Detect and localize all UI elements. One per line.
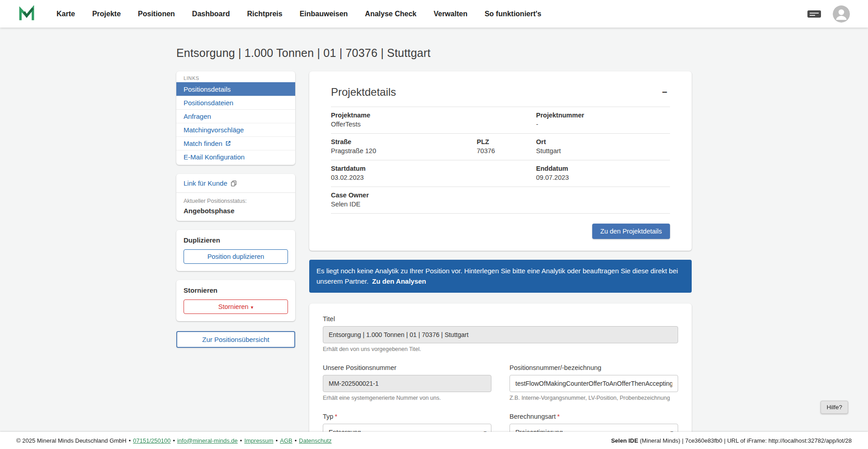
projektname-label: Projektname bbox=[331, 112, 536, 119]
sidebar-item-anfragen[interactable]: Anfragen bbox=[176, 109, 295, 123]
sidebar-item-matchingvorschlaege[interactable]: Matchingvorschläge bbox=[176, 123, 295, 136]
titel-helper: Erhält den von uns vorgegebenen Titel. bbox=[323, 346, 678, 352]
case-owner-value: Selen IDE bbox=[331, 201, 670, 208]
positionsnummer-helper: Erhält eine systemgenerierte Nummer von … bbox=[323, 395, 491, 401]
session-details: (Mineral Minds) | 7ce360e83fb0 | URL of … bbox=[638, 437, 852, 444]
separator: • bbox=[295, 437, 297, 444]
user-avatar[interactable] bbox=[833, 5, 850, 23]
cancel-header: Stornieren bbox=[184, 286, 288, 294]
brand-logo[interactable] bbox=[18, 5, 35, 23]
sidebar-item-match-finden[interactable]: Match finden bbox=[176, 136, 295, 150]
copyright-text: © 2025 Mineral Minds Deutschland GmbH bbox=[16, 437, 127, 444]
main-content: Projektdetails − Projektname OfferTests … bbox=[309, 71, 692, 449]
page-title: Entsorgung | 1.000 Tonnen | 01 | 70376 |… bbox=[176, 47, 692, 60]
nav-item-projekte[interactable]: Projekte bbox=[84, 0, 129, 28]
duplicate-header: Duplizieren bbox=[184, 236, 288, 244]
separator: • bbox=[173, 437, 175, 444]
bezeichnung-input[interactable] bbox=[509, 375, 678, 392]
links-header: LINKS bbox=[176, 71, 295, 82]
project-details-heading: Projektdetails bbox=[331, 86, 396, 98]
required-marker: * bbox=[335, 413, 337, 420]
impressum-link[interactable]: Impressum bbox=[244, 437, 273, 444]
sidebar-item-label: E-Mail Konfiguration bbox=[184, 153, 245, 161]
berechnungsart-label: Berechnungsart* bbox=[509, 413, 678, 420]
project-row-address: Straße Pragstraße 120 PLZ 70376 Ort Stut… bbox=[331, 133, 670, 160]
customer-status-card: Link für Kunde Aktueller Positionsstatus… bbox=[176, 174, 295, 221]
nav-item-analyse-check[interactable]: Analyse Check bbox=[356, 0, 425, 28]
ort-value: Stuttgart bbox=[536, 147, 670, 154]
external-link-icon bbox=[225, 140, 231, 146]
position-status-label: Aktueller Positionsstatus: bbox=[184, 198, 288, 204]
case-owner-label: Case Owner bbox=[331, 192, 670, 199]
project-details-card: Projektdetails − Projektname OfferTests … bbox=[309, 71, 692, 251]
agb-link[interactable]: AGB bbox=[280, 437, 292, 444]
cancel-position-button[interactable]: Stornieren▾ bbox=[184, 299, 288, 314]
datenschutz-link[interactable]: Datenschutz bbox=[299, 437, 331, 444]
sidebar-item-label: Positionsdetails bbox=[184, 85, 231, 93]
session-user: Selen IDE bbox=[611, 437, 638, 444]
projektnummer-value: - bbox=[536, 121, 670, 128]
plz-label: PLZ bbox=[477, 138, 536, 145]
enddatum-label: Enddatum bbox=[536, 165, 670, 172]
projektnummer-label: Projektnummer bbox=[536, 112, 670, 119]
duplicate-position-button[interactable]: Position duplizieren bbox=[184, 249, 288, 264]
copy-icon bbox=[231, 180, 237, 187]
mineral-minds-logo-icon bbox=[18, 5, 35, 23]
projektname-value: OfferTests bbox=[331, 121, 536, 128]
links-card: LINKS Positionsdetails Positionsdateien … bbox=[176, 71, 295, 165]
duplicate-card: Duplizieren Position duplizieren bbox=[176, 230, 295, 271]
required-marker: * bbox=[557, 413, 560, 420]
nav-item-karte[interactable]: Karte bbox=[48, 0, 84, 28]
strasse-label: Straße bbox=[331, 138, 477, 145]
sidebar-item-email-konfiguration[interactable]: E-Mail Konfiguration bbox=[176, 150, 295, 164]
collapse-icon[interactable]: − bbox=[659, 86, 670, 98]
keyboard-icon[interactable] bbox=[807, 9, 822, 19]
analytics-link[interactable]: Zu den Analysen bbox=[372, 277, 426, 285]
plz-value: 70376 bbox=[477, 147, 536, 154]
nav-item-verwalten[interactable]: Verwalten bbox=[425, 0, 476, 28]
chevron-down-icon: ▾ bbox=[251, 304, 254, 310]
titel-input bbox=[323, 326, 678, 343]
sidebar-item-positionsdateien[interactable]: Positionsdateien bbox=[176, 96, 295, 109]
sidebar-item-positionsdetails[interactable]: Positionsdetails bbox=[176, 82, 295, 96]
bezeichnung-helper: Z.B. Interne-Vorgangsnummer, LV-Position… bbox=[509, 395, 678, 401]
positionsnummer-label: Unsere Positionsnummer bbox=[323, 364, 491, 371]
email-link[interactable]: info@mineral-minds.de bbox=[177, 437, 238, 444]
sidebar-item-label: Match finden bbox=[184, 140, 222, 147]
cancel-card: Stornieren Stornieren▾ bbox=[176, 280, 295, 321]
position-form-card: Titel Erhält den von uns vorgegebenen Ti… bbox=[309, 304, 692, 449]
help-button[interactable]: Hilfe? bbox=[821, 401, 848, 414]
sidebar-item-label: Positionsdateien bbox=[184, 99, 233, 107]
nav-item-positionen[interactable]: Positionen bbox=[129, 0, 184, 28]
project-row-dates: Startdatum 03.02.2023 Enddatum 09.07.202… bbox=[331, 160, 670, 187]
ort-label: Ort bbox=[536, 138, 670, 145]
separator: • bbox=[276, 437, 278, 444]
banner-text: Es liegt noch keine Analytik zu Ihrer Po… bbox=[316, 267, 678, 285]
cancel-button-label: Stornieren bbox=[218, 303, 249, 310]
sidebar-item-label: Anfragen bbox=[184, 112, 211, 120]
customer-link[interactable]: Link für Kunde bbox=[176, 174, 295, 192]
nav-item-einbauweisen[interactable]: Einbauweisen bbox=[291, 0, 357, 28]
titel-label: Titel bbox=[323, 315, 678, 323]
position-status-value: Angebotsphase bbox=[184, 207, 288, 215]
position-overview-button[interactable]: Zur Positionsübersicht bbox=[176, 331, 295, 348]
enddatum-value: 09.07.2023 bbox=[536, 174, 670, 181]
footer: © 2025 Mineral Minds Deutschland GmbH • … bbox=[0, 432, 868, 449]
session-info: Selen IDE (Mineral Minds) | 7ce360e83fb0… bbox=[611, 437, 852, 444]
startdatum-label: Startdatum bbox=[331, 165, 536, 172]
customer-link-label: Link für Kunde bbox=[184, 179, 227, 187]
analytics-info-banner: Es liegt noch keine Analytik zu Ihrer Po… bbox=[309, 260, 692, 293]
nav-item-so-funktionierts[interactable]: So funktioniert's bbox=[476, 0, 550, 28]
startdatum-value: 03.02.2023 bbox=[331, 174, 536, 181]
sidebar: LINKS Positionsdetails Positionsdateien … bbox=[176, 71, 295, 348]
page-content: Entsorgung | 1.000 Tonnen | 01 | 70376 |… bbox=[176, 28, 692, 449]
main-nav: Karte Projekte Positionen Dashboard Rich… bbox=[48, 0, 550, 28]
project-details-button[interactable]: Zu den Projektdetails bbox=[592, 224, 670, 239]
strasse-value: Pragstraße 120 bbox=[331, 147, 477, 154]
nav-item-richtpreis[interactable]: Richtpreis bbox=[238, 0, 291, 28]
project-row-owner: Case Owner Selen IDE bbox=[331, 187, 670, 214]
nav-item-dashboard[interactable]: Dashboard bbox=[184, 0, 239, 28]
bezeichnung-label: Positionsnummer/-bezeichnung bbox=[509, 364, 678, 371]
project-row-name-number: Projektname OfferTests Projektnummer - bbox=[331, 107, 670, 133]
phone-link[interactable]: 07151/250100 bbox=[133, 437, 170, 444]
